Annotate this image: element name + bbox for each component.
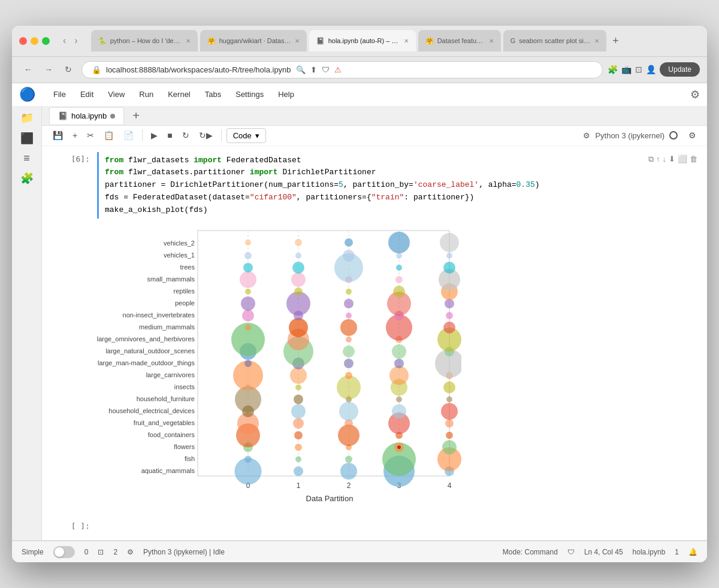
svg-text:food_containers: food_containers <box>148 431 195 438</box>
list-icon[interactable]: ≡ <box>23 152 30 165</box>
notification-count: 1 <box>675 548 679 556</box>
menu-help[interactable]: Help <box>272 87 300 101</box>
tab-close-python[interactable]: ✕ <box>186 38 191 44</box>
profile-icon[interactable]: 👤 <box>646 65 656 74</box>
tab-close-seaborn[interactable]: ✕ <box>594 38 599 44</box>
cell-prompt: [6]: <box>49 152 97 219</box>
bell-icon[interactable]: 🔔 <box>688 548 697 556</box>
tab-python[interactable]: 🐍 python – How do I 'declare' an e... ✕ <box>91 30 198 51</box>
settings-icon[interactable]: ⚙ <box>685 128 700 143</box>
browser-window: ‹ › 🐍 python – How do I 'declare' an e..… <box>12 26 707 563</box>
restart-run-button[interactable]: ↻▶ <box>195 128 216 143</box>
tab-favicon-python: 🐍 <box>98 37 107 45</box>
svg-text:flowers: flowers <box>174 443 195 450</box>
cell-actions: ⧉ ↑ ↓ ⬇ ⬜ 🗑 <box>646 152 700 219</box>
nav-buttons: ← → ↻ <box>19 62 77 77</box>
settings-gear-icon[interactable]: ⚙ <box>690 88 700 101</box>
svg-point-118 <box>445 419 454 428</box>
menu-view[interactable]: View <box>102 87 131 101</box>
forward-button[interactable]: › <box>71 33 81 49</box>
nav-back[interactable]: ← <box>19 62 37 77</box>
svg-point-131 <box>443 262 455 274</box>
plot-output: aquatic_mammals fish flowers food_contai… <box>90 225 707 512</box>
code-content[interactable]: from flwr_datasets import FederatedDatas… <box>105 152 646 219</box>
square-icon[interactable]: ⬛ <box>20 132 34 145</box>
cell-inner: from flwr_datasets import FederatedDatas… <box>97 152 700 219</box>
tab-label-python: python – How do I 'declare' an e... <box>110 37 182 44</box>
run-button[interactable]: ▶ <box>147 128 161 143</box>
expand-icon[interactable]: ⬜ <box>678 154 687 217</box>
nav-forward[interactable]: → <box>40 62 58 77</box>
tab-close-jupyter[interactable]: ✕ <box>404 38 409 44</box>
delete-cell-icon[interactable]: 🗑 <box>690 154 697 217</box>
move-up-icon[interactable]: ↑ <box>656 154 660 217</box>
add-cell-button[interactable]: + <box>69 128 81 143</box>
menu-tabs[interactable]: Tabs <box>199 87 227 101</box>
svg-point-58 <box>291 404 306 419</box>
menu-edit[interactable]: Edit <box>74 87 99 101</box>
svg-text:fruit_and_vegetables: fruit_and_vegetables <box>134 419 195 426</box>
svg-point-42 <box>244 360 252 367</box>
cut-button[interactable]: ✂ <box>83 128 98 143</box>
toggle-knob <box>55 547 64 557</box>
tab-close-dataset[interactable]: ✕ <box>489 38 494 44</box>
back-button[interactable]: ‹ <box>59 33 70 49</box>
cell-type-selector[interactable]: Code ▾ <box>226 128 266 143</box>
tab-dataset[interactable]: 🤗 Dataset features ✕ <box>418 30 501 51</box>
notebook-area: 📓 hola.ipynb + 💾 + ✂ 📋 📄 ▶ ■ ↻ <box>42 107 707 541</box>
menu-kernel[interactable]: Kernel <box>162 87 197 101</box>
tab-label-seaborn: seaborn scatter plot sizes – Goo... <box>519 37 591 44</box>
cell-indicator <box>97 152 99 219</box>
kernel-info: ⚙ Python 3 (ipykernel) <box>583 131 678 140</box>
window-icon[interactable]: ⊡ <box>635 65 642 74</box>
cast-icon[interactable]: 📺 <box>621 65 632 74</box>
menu-settings[interactable]: Settings <box>229 87 270 101</box>
code-line-3: partitioner = DirichletPartitioner(num_p… <box>105 179 646 192</box>
copy-cell-icon[interactable]: ⧉ <box>648 154 654 217</box>
svg-point-111 <box>396 265 402 271</box>
tab-jupyter[interactable]: 📓 hola.ipynb (auto-R) – Jupyte... ✕ <box>309 30 416 51</box>
code-line-5: make_a_okish_plot(fds) <box>105 204 646 217</box>
svg-point-100 <box>396 396 402 402</box>
tab-close-huggan[interactable]: ✕ <box>295 38 300 44</box>
zero-count: 0 <box>84 548 89 556</box>
menu-run[interactable]: Run <box>133 87 159 101</box>
svg-point-60 <box>295 384 301 390</box>
addressbar: ← → ↻ 🔒 localhost:8888/lab/workspaces/au… <box>12 57 707 83</box>
download-icon[interactable]: ⬇ <box>669 154 675 217</box>
share-icon: ⬆ <box>310 65 317 74</box>
puzzle-icon[interactable]: 🧩 <box>20 172 34 185</box>
notebook-tab-main[interactable]: 📓 hola.ipynb <box>49 107 124 124</box>
svg-point-76 <box>338 425 360 446</box>
mode-toggle[interactable] <box>53 546 75 558</box>
minimize-button[interactable] <box>31 37 38 45</box>
svg-point-65 <box>289 318 308 337</box>
menu-file[interactable]: File <box>47 87 72 101</box>
new-launcher-button[interactable]: + <box>128 107 144 125</box>
svg-point-51 <box>244 252 252 259</box>
move-down-icon[interactable]: ↓ <box>663 154 667 217</box>
tab-huggan[interactable]: 🤗 huggan/wikiart · Datasets at Hug... ✕ <box>200 30 307 51</box>
nav-refresh[interactable]: ↻ <box>60 62 77 77</box>
tab-label-jupyter: hola.ipynb (auto-R) – Jupyte... <box>328 37 400 44</box>
save-button[interactable]: 💾 <box>49 128 67 143</box>
maximize-button[interactable] <box>42 37 50 45</box>
paste-button[interactable]: 📄 <box>120 128 137 143</box>
folder-icon[interactable]: 📁 <box>20 111 34 125</box>
svg-text:large_man-made_outdoor_things: large_man-made_outdoor_things <box>98 359 195 366</box>
update-button[interactable]: Update <box>660 62 700 77</box>
extensions-icon[interactable]: 🧩 <box>608 65 618 74</box>
svg-point-113 <box>388 232 410 253</box>
tab-favicon-huggan: 🤗 <box>207 37 216 45</box>
cell-type-label: Code <box>233 131 252 140</box>
close-button[interactable] <box>19 37 27 45</box>
command-mode-text: Mode: Command <box>503 548 558 556</box>
new-tab-button[interactable]: + <box>609 35 623 47</box>
stop-button[interactable]: ■ <box>164 128 176 143</box>
jupyter-menu: File Edit View Run Kernel Tabs Settings … <box>47 87 300 101</box>
svg-point-55 <box>295 444 302 451</box>
tab-seaborn[interactable]: G seaborn scatter plot sizes – Goo... ✕ <box>503 30 607 51</box>
copy-button[interactable]: 📋 <box>100 128 117 143</box>
address-field[interactable]: 🔒 localhost:8888/lab/workspaces/auto-R/t… <box>81 61 603 78</box>
restart-button[interactable]: ↻ <box>179 128 193 143</box>
